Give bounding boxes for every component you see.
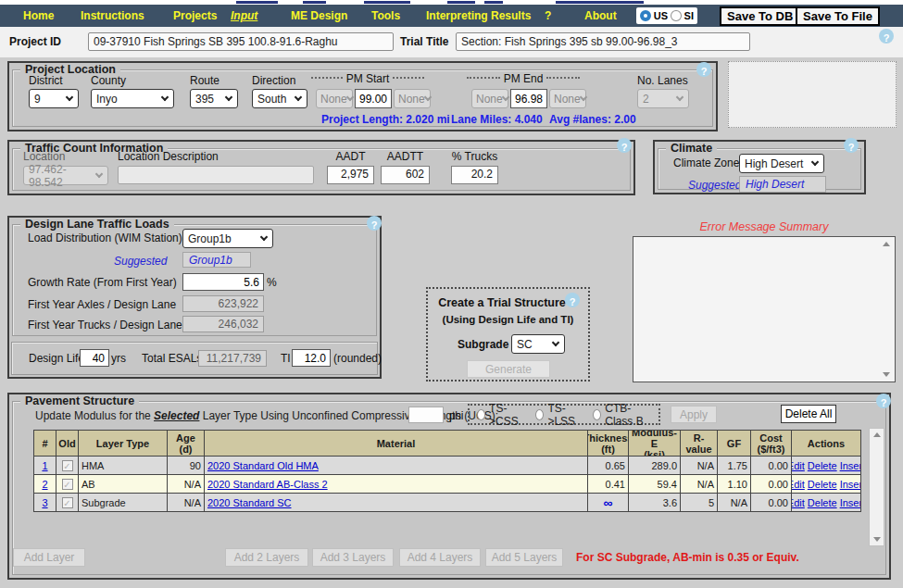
edit-link[interactable]: Edit bbox=[792, 460, 805, 471]
nav-item-about[interactable]: About bbox=[584, 5, 617, 27]
edit-link[interactable]: Edit bbox=[792, 479, 805, 490]
pm-end-label: PM End bbox=[467, 72, 580, 85]
modulus-cell: 289.0 bbox=[629, 457, 681, 475]
insert-link[interactable]: Insert bbox=[840, 460, 861, 471]
ctb-class-b-radio[interactable] bbox=[593, 409, 601, 420]
pm-end-input[interactable] bbox=[510, 89, 547, 108]
insert-link[interactable]: Insert bbox=[840, 497, 861, 508]
scroll-up-icon[interactable] bbox=[873, 432, 881, 437]
add-3-layers-button[interactable]: Add 3 Layers bbox=[312, 548, 394, 567]
nav-item-projects[interactable]: Projects bbox=[173, 5, 217, 27]
delete-link[interactable]: Delete bbox=[808, 460, 837, 471]
trial-structure-panel: Create a Trial Structure (Using Design L… bbox=[426, 287, 590, 382]
ucs-input[interactable] bbox=[408, 407, 444, 423]
no-lanes-select[interactable]: 2 bbox=[637, 89, 689, 108]
r-value-cell: N/A bbox=[681, 457, 718, 475]
pm-start-prefix-select[interactable]: None bbox=[316, 89, 353, 108]
climate-help-icon[interactable] bbox=[844, 138, 859, 153]
design-loads-help-icon[interactable] bbox=[367, 216, 382, 231]
trial-title-input[interactable] bbox=[456, 32, 750, 51]
us-radio-label[interactable]: US bbox=[654, 10, 668, 21]
wim-select[interactable]: Group1b bbox=[182, 229, 273, 248]
route-select[interactable]: 395 bbox=[190, 89, 238, 108]
traffic-count-help-icon[interactable] bbox=[617, 138, 632, 153]
ts-lss-radio[interactable] bbox=[535, 409, 544, 420]
save-to-db-button[interactable]: Save To DB bbox=[720, 6, 800, 26]
si-radio[interactable] bbox=[671, 10, 682, 21]
nav-item-interpreting-results[interactable]: Interpreting Results bbox=[426, 5, 531, 27]
row-num-link[interactable]: 3 bbox=[42, 497, 47, 508]
material-link[interactable]: 2020 Standard Old HMA bbox=[207, 460, 319, 471]
design-loads-legend: Design Lane Traffic Loads bbox=[20, 218, 174, 231]
edit-link[interactable]: Edit bbox=[792, 497, 805, 508]
scroll-down-icon[interactable] bbox=[873, 537, 881, 542]
pct-trucks-label: % Trucks bbox=[451, 150, 498, 163]
old-checkbox[interactable] bbox=[62, 479, 73, 490]
project-location-help-icon[interactable] bbox=[696, 62, 711, 77]
error-summary-list[interactable] bbox=[633, 236, 896, 382]
ti-input[interactable] bbox=[292, 349, 331, 367]
old-checkbox[interactable] bbox=[62, 497, 73, 508]
add-4-layers-button[interactable]: Add 4 Layers bbox=[399, 548, 481, 567]
aadt-label: AADT bbox=[327, 150, 374, 163]
us-radio[interactable] bbox=[640, 10, 651, 21]
nav-item-tools[interactable]: Tools bbox=[371, 5, 400, 27]
ti-rounded-label: (rounded) bbox=[333, 352, 382, 365]
material-link[interactable]: 2020 Standard AB-Class 2 bbox=[207, 479, 328, 490]
district-value: 9 bbox=[34, 93, 41, 106]
delete-all-button[interactable]: Delete All bbox=[781, 405, 836, 423]
generate-button[interactable]: Generate bbox=[467, 360, 550, 378]
nav-item-home[interactable]: Home bbox=[23, 5, 54, 27]
county-select[interactable]: Inyo bbox=[91, 89, 174, 108]
pm-end-prefix-select[interactable]: None bbox=[471, 89, 508, 108]
row-num-link[interactable]: 2 bbox=[42, 479, 47, 490]
direction-select[interactable]: South bbox=[252, 89, 307, 108]
climate-suggested-label: Suggested bbox=[688, 179, 741, 192]
pm-end-suffix-select[interactable]: None bbox=[549, 89, 586, 108]
add-5-layers-button[interactable]: Add 5 Layers bbox=[485, 548, 563, 567]
growth-rate-input[interactable] bbox=[182, 273, 264, 291]
chevron-down-icon bbox=[811, 158, 819, 166]
add-layer-button[interactable]: Add Layer bbox=[13, 548, 85, 567]
pavement-structure-help-icon[interactable] bbox=[876, 394, 891, 408]
si-radio-label[interactable]: SI bbox=[684, 10, 694, 21]
row-num-link[interactable]: 1 bbox=[42, 460, 47, 471]
add-2-layers-button[interactable]: Add 2 Layers bbox=[225, 548, 308, 567]
delete-link[interactable]: Delete bbox=[808, 479, 837, 490]
app-window: Home Instructions Projects Input ME Desi… bbox=[0, 0, 903, 588]
table-row: 2 AB N/A 2020 Standard AB-Class 2 0.41 5… bbox=[34, 475, 861, 494]
col-gf: GF bbox=[718, 431, 751, 457]
location-description-input[interactable] bbox=[118, 166, 314, 184]
pm-start-suffix-select[interactable]: None bbox=[394, 89, 431, 108]
apply-button[interactable]: Apply bbox=[671, 406, 717, 423]
thickness-infinity-cell: ∞ bbox=[588, 494, 629, 512]
pm-start-input[interactable] bbox=[355, 89, 392, 108]
pm-start-label: PM Start bbox=[311, 72, 424, 85]
design-life-input[interactable] bbox=[80, 349, 109, 367]
nav-item-instructions[interactable]: Instructions bbox=[81, 5, 144, 27]
delete-link[interactable]: Delete bbox=[808, 497, 837, 508]
nav-item-me-design[interactable]: ME Design bbox=[291, 5, 347, 27]
scroll-down-icon[interactable] bbox=[883, 372, 890, 377]
nav-item-help[interactable]: ? bbox=[545, 5, 551, 27]
district-select[interactable]: 9 bbox=[29, 89, 79, 108]
nav-item-input[interactable]: Input bbox=[231, 5, 257, 27]
climate-zone-select[interactable]: High Desert bbox=[739, 154, 824, 173]
old-checkbox[interactable] bbox=[62, 460, 73, 471]
scroll-up-icon[interactable] bbox=[883, 242, 890, 246]
table-scrollbar[interactable] bbox=[869, 428, 884, 546]
page-help-icon[interactable] bbox=[879, 29, 894, 44]
col-modulus: Modulus-E (ksi) bbox=[629, 431, 681, 457]
pavement-structure-legend: Pavement Structure bbox=[20, 394, 139, 407]
location-select[interactable]: 97.462-98.542 bbox=[23, 166, 108, 185]
material-link[interactable]: 2020 Standard SC bbox=[207, 497, 292, 508]
chevron-down-icon bbox=[552, 339, 559, 346]
project-location-section: Project Location District 9 County Inyo … bbox=[7, 61, 718, 131]
project-id-input[interactable] bbox=[88, 32, 394, 51]
layers-table-header: # Old Layer Type Age (d) Material Thickn… bbox=[34, 431, 861, 457]
subgrade-select[interactable]: SC bbox=[511, 334, 565, 354]
save-to-file-button[interactable]: Save To File bbox=[796, 6, 880, 26]
ts-css-radio[interactable] bbox=[477, 409, 485, 420]
trial-structure-help-icon[interactable] bbox=[565, 293, 580, 307]
insert-link[interactable]: Insert bbox=[840, 479, 861, 490]
